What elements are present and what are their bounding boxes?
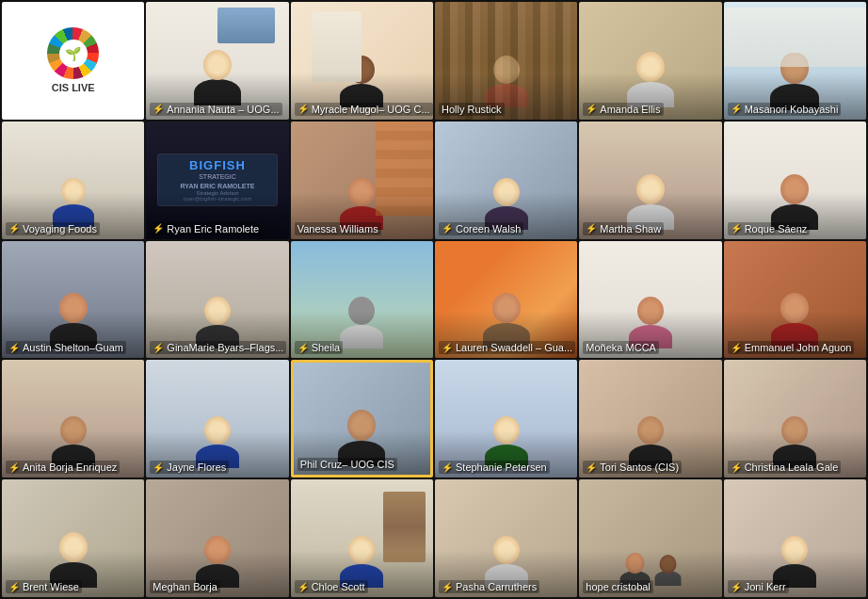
cell-vanessa: Vanessa Williams: [291, 121, 433, 239]
participant-label-coreen: ⚡ Coreen Walsh: [439, 222, 523, 235]
cell-ryan: BIGFISH STRATEGIC RYAN ERIC RAMOLETE Str…: [146, 121, 288, 239]
participant-label-emmanuel: ⚡ Emmanuel John Aguon: [728, 341, 855, 354]
participant-label-roque: ⚡ Roque Sáenz: [728, 222, 811, 235]
cis-live-label: CIS LIVE: [52, 82, 95, 93]
cell-phil: Phil Cruz– UOG CIS: [291, 360, 433, 478]
participant-label-sheila: ⚡ Sheila: [295, 341, 344, 354]
cell-voyaging: ⚡ Voyaging Foods: [2, 121, 144, 239]
participant-label-tori: ⚡ Tori Santos (CIS): [583, 461, 682, 474]
cell-lauren: ⚡ Lauren Swaddell – Gua...: [435, 241, 577, 359]
mic-off-icon: ⚡: [153, 104, 164, 114]
cell-roque: ⚡ Roque Sáenz: [724, 121, 866, 239]
cell-hope: hope cristobal: [579, 479, 721, 597]
participant-label-meghan: Meghan Borja: [150, 580, 220, 593]
participant-label-myracle: ⚡ Myracle Mugol– UOG C...: [295, 103, 433, 116]
participant-label-austin: ⚡ Austin Shelton–Guam: [6, 341, 126, 354]
cell-masanori: ⚡ Masanori Kobayashi: [724, 2, 866, 120]
video-grid: 🌱 CIS LIVE ⚡ Annania Nauta – UOG...: [0, 0, 868, 599]
sdg-logo: 🌱: [47, 27, 99, 79]
cell-chloe: ⚡ Chloe Scott: [291, 479, 433, 597]
participant-label-martha: ⚡ Martha Shaw: [583, 222, 664, 235]
participant-label-jayne: ⚡ Jayne Flores: [150, 461, 229, 474]
participant-label-christina: ⚡ Christina Leala Gale: [728, 461, 842, 474]
cell-cis-live: 🌱 CIS LIVE: [2, 2, 144, 120]
participant-label-amanda: ⚡ Amanda Ellis: [583, 103, 663, 116]
participant-label-chloe: ⚡ Chloe Scott: [295, 580, 368, 593]
participant-label-masanori: ⚡ Masanori Kobayashi: [728, 103, 842, 116]
cell-joni: ⚡ Joni Kerr: [724, 479, 866, 597]
cell-anita: ⚡ Anita Borja Enriquez: [2, 360, 144, 478]
participant-label-holly: Holly Rustick: [439, 103, 505, 116]
cell-meghan: Meghan Borja: [146, 479, 288, 597]
cell-coreen: ⚡ Coreen Walsh: [435, 121, 577, 239]
participant-label-ryan: ⚡ Ryan Eric Ramolete: [150, 222, 262, 235]
participant-label-phil: Phil Cruz– UOG CIS: [297, 458, 397, 471]
participant-label-vanessa: Vanessa Williams: [295, 222, 381, 235]
cell-christina: ⚡ Christina Leala Gale: [724, 360, 866, 478]
cell-holly: Holly Rustick: [435, 2, 577, 120]
cell-brent: ⚡ Brent Wiese: [2, 479, 144, 597]
cell-emmanuel: ⚡ Emmanuel John Aguon: [724, 241, 866, 359]
cell-jayne: ⚡ Jayne Flores: [146, 360, 288, 478]
participant-label-pasha: ⚡ Pasha Carruthers: [439, 580, 539, 593]
participant-label-voyaging: ⚡ Voyaging Foods: [6, 222, 100, 235]
participant-label-anita: ⚡ Anita Borja Enriquez: [6, 461, 120, 474]
participant-label-joni: ⚡ Joni Kerr: [728, 580, 789, 593]
cell-stephanie: ⚡ Stephanie Petersen: [435, 360, 577, 478]
participant-label-lauren: ⚡ Lauren Swaddell – Gua...: [439, 341, 575, 354]
participant-label-hope: hope cristobal: [583, 580, 653, 593]
cell-ginamarie: ⚡ GinaMarie Byars–Flags...: [146, 241, 288, 359]
cell-martha: ⚡ Martha Shaw: [579, 121, 721, 239]
cell-moneka: Moñeka MCCA: [579, 241, 721, 359]
cell-myracle: ⚡ Myracle Mugol– UOG C...: [291, 2, 433, 120]
cell-pasha: ⚡ Pasha Carruthers: [435, 479, 577, 597]
participant-label-moneka: Moñeka MCCA: [583, 341, 659, 354]
participant-label-annania: ⚡ Annania Nauta – UOG...: [150, 103, 281, 116]
cell-tori: ⚡ Tori Santos (CIS): [579, 360, 721, 478]
cell-austin: ⚡ Austin Shelton–Guam: [2, 241, 144, 359]
cell-sheila: ⚡ Sheila: [291, 241, 433, 359]
participant-label-stephanie: ⚡ Stephanie Petersen: [439, 461, 550, 474]
participant-label-ginamarie: ⚡ GinaMarie Byars–Flags...: [150, 341, 286, 354]
cell-amanda: ⚡ Amanda Ellis: [579, 2, 721, 120]
participant-label-brent: ⚡ Brent Wiese: [6, 580, 82, 593]
cell-annania: ⚡ Annania Nauta – UOG...: [146, 2, 288, 120]
